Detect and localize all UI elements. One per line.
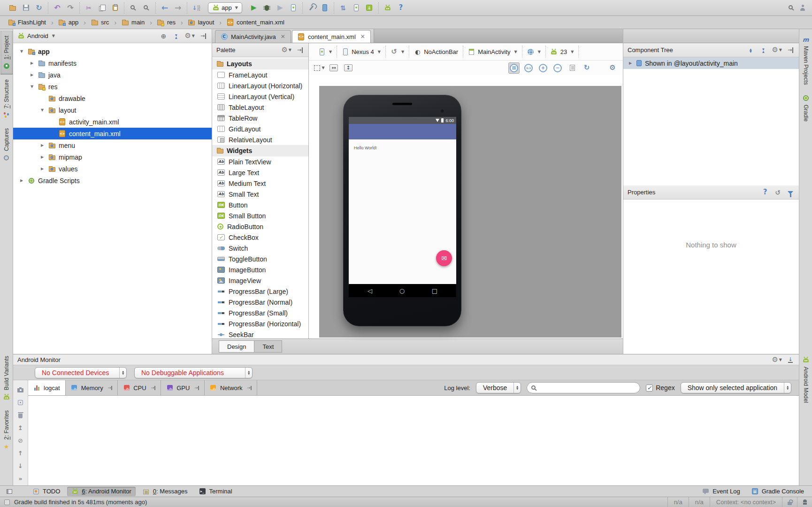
- theme-selector[interactable]: ◐NoActionBar: [409, 46, 463, 58]
- expand-arrow-icon[interactable]: ▶: [628, 61, 633, 65]
- breadcrumb-item-res[interactable]: res: [155, 19, 178, 26]
- arrow-up-button[interactable]: ↑: [16, 449, 25, 457]
- activity-selector[interactable]: MainActivity▼: [463, 46, 522, 58]
- undo-button[interactable]: ↶: [52, 2, 63, 14]
- palette-item-plain-textview[interactable]: AbPlain TextView: [212, 156, 308, 167]
- fit-height-button[interactable]: ↕: [343, 62, 354, 74]
- tree-item-manifests[interactable]: ▶manifests: [13, 57, 212, 69]
- attach-debugger-button[interactable]: [288, 2, 299, 14]
- tree-collapse-icon[interactable]: ▼: [29, 84, 35, 89]
- sdk-update-button[interactable]: ↓: [364, 2, 375, 14]
- tree-item-java[interactable]: ▶java: [13, 69, 212, 81]
- export-button[interactable]: ↥: [16, 424, 25, 431]
- search-everywhere-button[interactable]: [786, 2, 797, 14]
- back-button[interactable]: ←: [159, 2, 170, 14]
- tree-item-drawable[interactable]: drawable: [13, 92, 212, 104]
- user-button[interactable]: [797, 2, 808, 14]
- palette-item-progressbar-large-[interactable]: ProgressBar (Large): [212, 286, 308, 297]
- dock-button[interactable]: →: [786, 46, 795, 55]
- gear-dd-button[interactable]: ⚙▼: [281, 46, 291, 55]
- monitor-tab-logcat[interactable]: logcat: [28, 380, 66, 395]
- tool-stripe-7-structure[interactable]: 7: Structure: [0, 75, 13, 123]
- tool-stripe-gradle[interactable]: Gradle: [800, 90, 812, 126]
- project-view-selector[interactable]: Android ▼: [17, 32, 55, 40]
- paste-button[interactable]: [109, 2, 121, 14]
- gear-dd-button[interactable]: ⚙▼: [184, 31, 195, 41]
- hector-button[interactable]: [797, 497, 812, 507]
- run-config-selector[interactable]: app▼: [208, 2, 242, 13]
- sdk-manager-button[interactable]: [306, 2, 317, 14]
- redo-button[interactable]: ↷: [65, 2, 76, 14]
- revert-button[interactable]: ↺: [774, 188, 782, 197]
- design-canvas[interactable]: 6:00 Hello World! ✉: [309, 75, 623, 338]
- locale-selector[interactable]: ▼: [522, 46, 546, 58]
- device-preview[interactable]: 6:00 Hello World! ✉: [343, 95, 461, 326]
- help-button[interactable]: ?: [395, 2, 406, 14]
- window-button-gradle-console[interactable]: ≡Gradle Console: [747, 487, 808, 496]
- tree-item-values[interactable]: ▶values: [13, 163, 212, 175]
- palette-item-tablerow[interactable]: TableRow: [212, 113, 308, 123]
- window-button-event-log[interactable]: Event Log: [698, 487, 744, 496]
- arrow-down-button[interactable]: ↓: [16, 462, 25, 469]
- debug-button[interactable]: [261, 2, 273, 14]
- breadcrumb-item-content-main-xml[interactable]: <>content_main.xml: [224, 19, 287, 26]
- actual-size-button[interactable]: 1:1: [523, 62, 534, 74]
- design-settings-button[interactable]: ⚙: [607, 62, 618, 74]
- tool-stripe-captures[interactable]: Captures: [0, 123, 13, 166]
- editor-tab-content-main-xml[interactable]: <>content_main.xml✕: [292, 30, 371, 43]
- zoom-out-button[interactable]: −: [552, 62, 563, 74]
- palette-item-progressbar-small-[interactable]: ProgressBar (Small): [212, 307, 308, 318]
- palette-item-progressbar-horizontal-[interactable]: ProgressBar (Horizontal): [212, 318, 308, 329]
- palette-item-small-text[interactable]: AbSmall Text: [212, 189, 308, 200]
- monitor-tab-cpu[interactable]: CPU→: [118, 380, 161, 395]
- breadcrumb-item-app[interactable]: app: [56, 19, 81, 26]
- window-button-todo[interactable]: TODO: [28, 487, 64, 496]
- tree-expand-icon[interactable]: ▶: [29, 61, 35, 65]
- undock-icon[interactable]: →: [194, 386, 199, 390]
- palette-item-switch[interactable]: Switch: [212, 243, 308, 254]
- undock-icon[interactable]: →: [247, 386, 252, 390]
- expand-all-button[interactable]: ▲▼: [746, 46, 755, 55]
- tree-collapse-icon[interactable]: ▼: [39, 108, 45, 112]
- breadcrumb-item-flashlight[interactable]: FlashLight: [6, 19, 48, 26]
- palette-item-small-button[interactable]: OKSmall Button: [212, 210, 308, 221]
- palette-item-imageview[interactable]: ImageView: [212, 275, 308, 286]
- tab-design[interactable]: Design: [219, 340, 254, 353]
- monitor-tab-gpu[interactable]: GPU→: [161, 380, 205, 395]
- copy-button[interactable]: [96, 2, 107, 14]
- forward-button[interactable]: →: [172, 2, 184, 14]
- gear-dd-button[interactable]: ⚙▼: [772, 355, 782, 364]
- avd-manager-button[interactable]: [319, 2, 330, 14]
- tool-stripe-android-model[interactable]: Android Model: [800, 352, 812, 407]
- tool-stripe-maven-projects[interactable]: mMaven Projects: [800, 31, 812, 90]
- lock-button[interactable]: [782, 497, 797, 507]
- search-input[interactable]: [540, 384, 636, 392]
- filter-button[interactable]: [786, 188, 795, 197]
- tree-item-gradle-scripts[interactable]: ▶Gradle Scripts: [13, 175, 212, 186]
- tool-stripe-2-favorites[interactable]: ★2: Favorites: [0, 406, 13, 455]
- palette-item-linearlayout-vertical-[interactable]: LinearLayout (Vertical): [212, 91, 308, 102]
- palette-item-medium-text[interactable]: AbMedium Text: [212, 178, 308, 189]
- zoom-mode-button[interactable]: ▼: [314, 62, 325, 74]
- preview-button[interactable]: [567, 62, 578, 74]
- palette-item-checkbox[interactable]: ✓CheckBox: [212, 232, 308, 243]
- component-tree-item[interactable]: ▶ Shown in @layout/activity_main: [623, 57, 799, 69]
- monitor-tab-network[interactable]: Network→: [205, 380, 257, 395]
- ban-button[interactable]: ⊘: [16, 437, 25, 444]
- palette-item-radiobutton[interactable]: RadioButton: [212, 221, 308, 232]
- device-monitor-button[interactable]: [351, 2, 362, 14]
- tree-item-res[interactable]: ▼res: [13, 81, 212, 92]
- filter-dropdown[interactable]: Show only selected application▲▼: [681, 382, 791, 393]
- dock-button[interactable]: →: [199, 31, 207, 41]
- tree-expand-icon[interactable]: ▶: [39, 167, 45, 171]
- tool-stripe-1-project[interactable]: 1: Project: [0, 31, 13, 75]
- undock-icon[interactable]: →: [107, 386, 113, 390]
- fit-width-button[interactable]: ↔: [328, 62, 339, 74]
- save-button[interactable]: [20, 2, 31, 14]
- help-button[interactable]: ?: [761, 188, 769, 197]
- api-selector[interactable]: 23▼: [546, 46, 579, 58]
- tree-expand-icon[interactable]: ▶: [39, 143, 45, 147]
- logcat-search-field[interactable]: [527, 382, 640, 393]
- refresh-preview-button[interactable]: ↻: [581, 62, 592, 74]
- devices-dropdown[interactable]: No Connected Devices ▲▼: [35, 367, 127, 378]
